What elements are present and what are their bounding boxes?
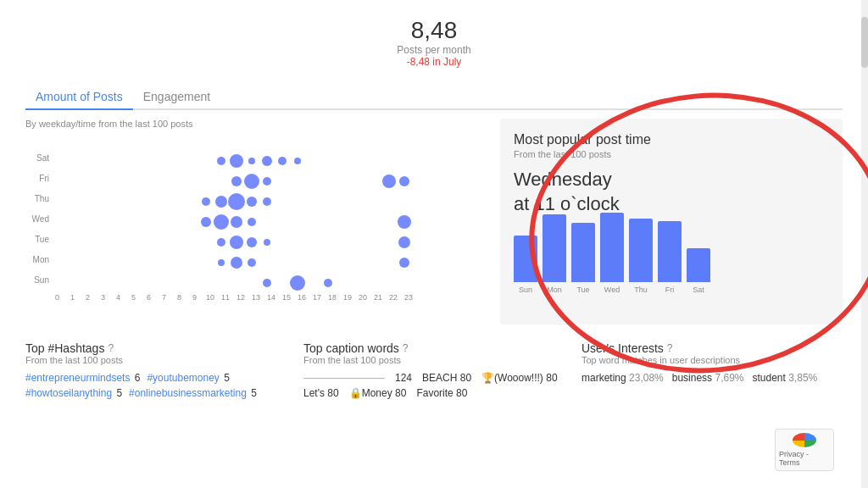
svg-point-55	[264, 239, 270, 246]
bar-label-sun: Sun	[519, 286, 532, 294]
svg-point-54	[247, 237, 257, 247]
svg-text:5: 5	[131, 293, 136, 302]
bar-tue	[571, 223, 595, 282]
interests-subtitle: Top word matches in user descriptions	[581, 355, 843, 365]
svg-text:Sun: Sun	[34, 275, 49, 285]
hashtag-howtoseilanything: #howtoseilanything 5	[25, 387, 122, 399]
tab-engagement[interactable]: Engagement	[133, 85, 220, 110]
popular-post-time: Wednesdayat 11 o`clock	[514, 168, 829, 216]
recaptcha-box[interactable]: Privacy - Terms	[775, 429, 834, 471]
svg-text:Sat: Sat	[36, 153, 49, 163]
bar-sat	[687, 248, 710, 282]
svg-point-43	[215, 196, 227, 208]
svg-text:23: 23	[404, 293, 413, 302]
bar-col-thu: Thu	[629, 219, 653, 294]
bar-col-sat: Sat	[687, 248, 710, 294]
bar-wed	[600, 213, 624, 282]
caption-beach: BEACH 80	[422, 372, 471, 384]
interest-business: business 7,69%	[672, 372, 744, 384]
svg-point-48	[214, 214, 229, 230]
bar-label-mon: Mon	[547, 286, 562, 294]
svg-text:1: 1	[70, 293, 75, 302]
svg-point-53	[230, 236, 243, 249]
svg-text:4: 4	[116, 293, 120, 302]
svg-text:Fri: Fri	[39, 174, 49, 183]
svg-point-38	[244, 174, 259, 189]
svg-text:20: 20	[359, 293, 367, 302]
svg-text:18: 18	[328, 293, 337, 302]
page-wrapper: 8,48 Posts per month -8,48 in July Amoun…	[0, 0, 868, 488]
hashtags-title: Top #Hashtags ?	[25, 341, 287, 355]
svg-text:0: 0	[55, 293, 59, 302]
svg-point-56	[398, 236, 410, 248]
caption-words-title-text: Top caption words	[303, 341, 399, 355]
bottom-grid: Top #Hashtags ? From the last 100 posts …	[25, 341, 843, 402]
bar-label-wed: Wed	[604, 286, 620, 294]
svg-text:11: 11	[221, 293, 230, 302]
bar-label-thu: Thu	[634, 286, 648, 294]
bar-col-mon: Mon	[542, 214, 566, 294]
svg-point-32	[230, 154, 243, 168]
svg-point-45	[247, 197, 257, 207]
svg-point-31	[217, 157, 225, 165]
bar-mon	[542, 214, 566, 282]
interests-title-text: User's Interests	[581, 341, 664, 355]
svg-text:10: 10	[206, 293, 214, 302]
caption-lets: Let's 80	[303, 387, 339, 399]
svg-point-44	[228, 193, 245, 210]
tabs: Amount of Posts Engagement	[25, 85, 843, 110]
svg-point-63	[324, 279, 332, 287]
svg-text:15: 15	[282, 293, 291, 302]
caption-money: 🔒Money 80	[349, 387, 407, 399]
svg-point-42	[202, 197, 210, 206]
hashtags-row-2: #howtoseilanything 5 #onlinebusinessmark…	[25, 387, 287, 399]
scrollbar[interactable]	[861, 0, 868, 488]
svg-text:8: 8	[177, 293, 181, 302]
svg-text:9: 9	[192, 293, 197, 302]
svg-point-59	[248, 258, 256, 267]
popular-post-panel: Most popular post time From the last 100…	[500, 119, 843, 324]
interest-marketing: marketing 23,08%	[581, 372, 664, 384]
hashtags-help-icon[interactable]: ?	[108, 342, 114, 354]
tab-amount-of-posts[interactable]: Amount of Posts	[25, 85, 133, 110]
posts-per-month-value: 8,48	[25, 17, 843, 44]
svg-point-50	[248, 218, 256, 226]
svg-point-40	[382, 175, 396, 188]
main-content: By weekday/time from the last 100 posts …	[25, 119, 843, 324]
bar-fri	[658, 221, 682, 282]
caption-words-title: Top caption words ?	[303, 341, 565, 355]
svg-point-35	[278, 157, 287, 165]
bar-col-sun: Sun	[514, 236, 537, 294]
posts-per-month-label: Posts per month	[25, 44, 843, 56]
interests-title: User's Interests ?	[581, 341, 843, 355]
caption-line-1: ————————	[303, 372, 385, 384]
svg-point-37	[231, 176, 242, 186]
hashtags-title-text: Top #Hashtags	[25, 341, 104, 355]
caption-words-help-icon[interactable]: ?	[403, 342, 409, 354]
recaptcha-logo	[793, 433, 816, 447]
bar-col-wed: Wed	[600, 213, 624, 294]
svg-point-49	[231, 216, 242, 228]
svg-point-36	[294, 158, 301, 164]
svg-text:3: 3	[101, 293, 105, 302]
interests-help-icon[interactable]: ?	[667, 342, 673, 354]
svg-point-33	[248, 158, 255, 164]
hashtag-onlinebusinessmarketing: #onlinebusinessmarketing 5	[129, 387, 257, 399]
interest-student: student 3,85%	[753, 372, 818, 384]
interests-row: marketing 23,08% business 7,69% student …	[581, 372, 843, 384]
bubble-chart-subtitle: By weekday/time from the last 100 posts	[25, 119, 483, 129]
svg-point-62	[290, 275, 305, 291]
caption-wooow: 🏆(Wooow!!!) 80	[481, 372, 557, 384]
popular-post-title: Most popular post time	[514, 132, 829, 147]
scrollbar-thumb[interactable]	[861, 17, 868, 68]
popular-post-subtitle: From the last 100 posts	[514, 149, 829, 159]
svg-text:12: 12	[236, 293, 245, 302]
svg-text:22: 22	[389, 293, 398, 302]
recaptcha-label: Privacy - Terms	[779, 450, 830, 467]
svg-text:17: 17	[313, 293, 321, 302]
bar-label-sat: Sat	[693, 286, 704, 294]
svg-point-41	[399, 176, 409, 186]
hashtags-section: Top #Hashtags ? From the last 100 posts …	[25, 341, 287, 402]
posts-change: -8,48 in July	[25, 56, 843, 68]
caption-row-2: Let's 80 🔒Money 80 Favorite 80	[303, 387, 565, 399]
